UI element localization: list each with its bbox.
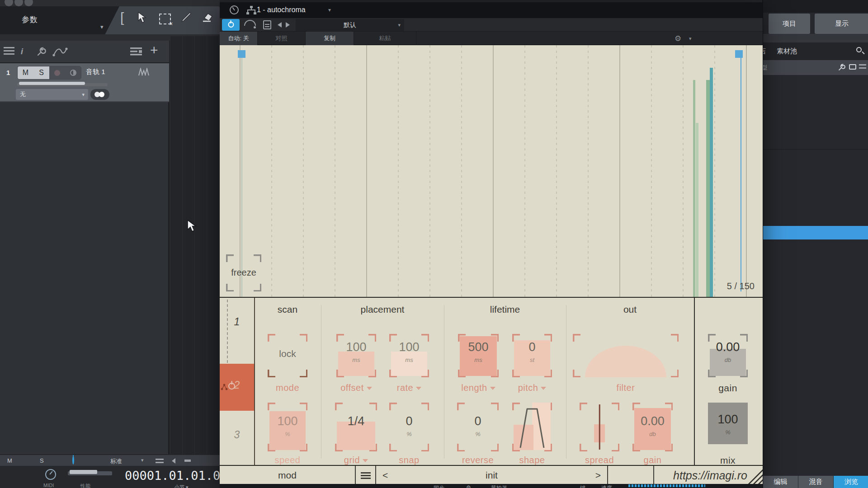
mod-page-button[interactable]: mod: [220, 466, 356, 485]
browse-view-button[interactable]: 浏览: [834, 476, 868, 488]
pitch-label[interactable]: pitch: [512, 383, 552, 393]
length-control[interactable]: 500 ms: [458, 334, 499, 377]
gear-icon[interactable]: ⚙: [675, 34, 681, 43]
menu-button[interactable]: [356, 466, 376, 485]
shape-control[interactable]: [512, 403, 552, 451]
view-mode-icon[interactable]: [849, 64, 856, 70]
wrench-icon[interactable]: [36, 47, 46, 59]
global-mute-button[interactable]: M: [7, 457, 12, 464]
freeze-button[interactable]: freeze: [226, 254, 261, 291]
next-preset-button[interactable]: >: [595, 470, 601, 481]
master-gain-control[interactable]: 0.00 db: [708, 334, 748, 377]
solo-button[interactable]: S: [33, 66, 49, 79]
filter-list-icon[interactable]: [859, 64, 866, 70]
eraser-tool-button[interactable]: [201, 12, 213, 23]
pool-list[interactable]: [763, 75, 868, 476]
grain-waveform-display[interactable]: freeze 5 / 150: [220, 45, 763, 297]
stop-icon[interactable]: [184, 460, 191, 462]
page-1-button[interactable]: 1: [220, 316, 254, 328]
shop-tab-clipped[interactable]: 店: [763, 47, 766, 56]
power-icon[interactable]: [72, 457, 74, 464]
vendor-link[interactable]: https://imagi.ro: [654, 466, 763, 485]
snap-mode-dropdown[interactable]: 标准: [110, 457, 122, 465]
window-close-icon[interactable]: [5, 0, 13, 6]
mode-control[interactable]: lock: [268, 334, 307, 377]
length-label[interactable]: length: [458, 383, 499, 393]
filter-control[interactable]: [573, 334, 679, 377]
params-dropdown[interactable]: 参数 ▾: [0, 6, 119, 34]
menu-icon[interactable]: [4, 47, 14, 55]
arrow-tool-button[interactable]: [137, 12, 147, 23]
plugin-instance-dropdown[interactable]: 1 - autochroma: [257, 6, 306, 14]
track-name[interactable]: 音轨 1: [86, 68, 105, 76]
plugin-title-bar[interactable]: 1 - autochroma ▾: [220, 2, 763, 18]
marquee-tool-button[interactable]: ×: [159, 14, 171, 24]
prev-preset-button[interactable]: <: [382, 470, 388, 481]
rate-label[interactable]: rate: [389, 383, 429, 393]
track-header[interactable]: 1 M S 音轨 1 无 ▾: [0, 63, 169, 102]
tempo-label[interactable]: 速度: [601, 484, 612, 488]
monitor-button[interactable]: [65, 66, 81, 79]
time-unit-dropdown[interactable]: 小节 ▾: [175, 484, 189, 488]
window-minimize-icon[interactable]: [14, 0, 23, 6]
plugin-power-button[interactable]: [222, 19, 240, 31]
add-track-button[interactable]: +: [150, 42, 158, 58]
knob-mode-icon[interactable]: [230, 5, 239, 14]
gear-icon[interactable]: ⚙: [466, 484, 471, 488]
out-gain-control[interactable]: 0.00 db: [632, 403, 673, 451]
copy-button[interactable]: 复制: [306, 32, 354, 45]
prev-preset-button[interactable]: [278, 22, 282, 28]
edit-view-button[interactable]: 编辑: [763, 476, 798, 488]
mix-view-button[interactable]: 混音: [798, 476, 833, 488]
range-tool-button[interactable]: [: [120, 10, 124, 25]
global-solo-button[interactable]: S: [40, 457, 44, 464]
loop-marker[interactable]: [238, 50, 245, 58]
offset-control[interactable]: 100 ms: [336, 334, 376, 377]
offset-label[interactable]: offset: [336, 383, 376, 393]
record-arm-button[interactable]: [49, 66, 65, 79]
search-icon[interactable]: [856, 47, 862, 52]
window-zoom-icon[interactable]: [24, 0, 33, 6]
paste-button[interactable]: 粘贴: [354, 32, 416, 45]
arrangement-canvas[interactable]: [170, 36, 220, 454]
stereo-link-toggle[interactable]: [90, 89, 109, 100]
list-icon[interactable]: [156, 459, 164, 464]
rate-control[interactable]: 100 ms: [389, 334, 429, 377]
chevron-down-icon[interactable]: ▾: [141, 457, 144, 463]
time-counter[interactable]: 00001.01.01.00: [125, 469, 228, 483]
page-3-button[interactable]: 3: [220, 429, 254, 441]
filter-power-icon[interactable]: [228, 383, 235, 389]
insert-dropdown[interactable]: 无 ▾: [16, 89, 88, 100]
preset-list-icon[interactable]: [263, 20, 271, 29]
preset-selector[interactable]: < init >: [376, 466, 608, 485]
sync-label[interactable]: 同步: [434, 484, 444, 488]
metronome-label[interactable]: 节拍器: [491, 484, 507, 488]
reverse-control[interactable]: 0 %: [457, 403, 499, 451]
bypass-icon[interactable]: [244, 20, 256, 26]
track-layout-icon[interactable]: [130, 47, 142, 58]
automation-mode-button[interactable]: 自动: 关: [220, 32, 258, 45]
mute-button[interactable]: M: [18, 66, 33, 79]
next-preset-button[interactable]: [286, 22, 290, 28]
automation-icon[interactable]: [52, 47, 68, 59]
wrench-icon[interactable]: [838, 64, 845, 73]
chevron-down-icon[interactable]: ▾: [689, 36, 692, 42]
speed-control[interactable]: 100 %: [268, 403, 307, 451]
grid-control[interactable]: 1/4: [335, 403, 377, 451]
loop-marker[interactable]: [735, 50, 743, 58]
pitch-control[interactable]: 0 st: [512, 334, 552, 377]
compare-button[interactable]: 对照: [258, 32, 306, 45]
selected-list-item[interactable]: [763, 226, 868, 239]
key-label[interactable]: 键: [580, 484, 585, 488]
project-button[interactable]: 项目: [769, 14, 810, 34]
mix-control[interactable]: 100 %: [708, 403, 748, 444]
info-icon[interactable]: i: [21, 47, 23, 56]
pencil-tool-button[interactable]: [180, 12, 192, 23]
preset-dropdown[interactable]: 默认 ▾: [296, 19, 404, 31]
grid-label[interactable]: grid: [335, 455, 377, 465]
routing-icon[interactable]: [246, 6, 257, 16]
volume-slider[interactable]: [17, 83, 108, 86]
display-button[interactable]: 显示: [815, 14, 868, 34]
snap-control[interactable]: 0 %: [389, 403, 429, 451]
spread-control[interactable]: [580, 403, 619, 451]
